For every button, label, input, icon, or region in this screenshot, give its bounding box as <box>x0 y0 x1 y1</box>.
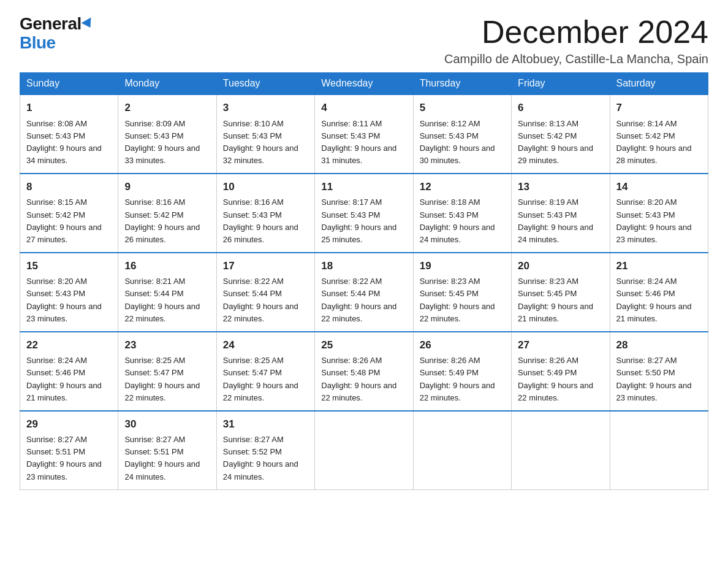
calendar-day-cell: 29 Sunrise: 8:27 AMSunset: 5:51 PMDaylig… <box>20 411 118 489</box>
calendar-day-cell: 24 Sunrise: 8:25 AMSunset: 5:47 PMDaylig… <box>216 332 314 411</box>
day-number: 29 <box>26 416 112 432</box>
day-info: Sunrise: 8:26 AMSunset: 5:49 PMDaylight:… <box>518 356 593 402</box>
day-info: Sunrise: 8:27 AMSunset: 5:52 PMDaylight:… <box>223 435 298 481</box>
logo-icon-wrap <box>82 21 94 29</box>
page-header: General Blue December 2024 Campillo de A… <box>20 15 708 66</box>
day-info: Sunrise: 8:20 AMSunset: 5:43 PMDaylight:… <box>616 197 692 243</box>
calendar-day-cell: 18 Sunrise: 8:22 AMSunset: 5:44 PMDaylig… <box>315 253 413 332</box>
calendar-day-cell: 31 Sunrise: 8:27 AMSunset: 5:52 PMDaylig… <box>216 411 314 489</box>
day-number: 6 <box>518 100 603 116</box>
day-info: Sunrise: 8:14 AMSunset: 5:42 PMDaylight:… <box>616 119 692 165</box>
logo-text: General <box>20 15 94 34</box>
day-info: Sunrise: 8:08 AMSunset: 5:43 PMDaylight:… <box>26 119 102 165</box>
day-number: 15 <box>26 258 112 274</box>
calendar-day-cell <box>413 411 511 489</box>
day-number: 12 <box>420 179 505 195</box>
day-number: 2 <box>124 100 210 116</box>
calendar-day-cell: 2 Sunrise: 8:09 AMSunset: 5:43 PMDayligh… <box>118 94 216 174</box>
header-saturday: Saturday <box>610 73 708 95</box>
day-info: Sunrise: 8:11 AMSunset: 5:43 PMDaylight:… <box>321 119 396 165</box>
calendar-day-cell: 8 Sunrise: 8:15 AMSunset: 5:42 PMDayligh… <box>20 174 118 253</box>
day-number: 30 <box>124 416 210 432</box>
day-number: 27 <box>518 337 603 353</box>
day-number: 25 <box>321 337 406 353</box>
day-info: Sunrise: 8:25 AMSunset: 5:47 PMDaylight:… <box>223 356 298 402</box>
calendar-day-cell: 28 Sunrise: 8:27 AMSunset: 5:50 PMDaylig… <box>610 332 708 411</box>
calendar-header: Sunday Monday Tuesday Wednesday Thursday… <box>20 73 708 95</box>
day-number: 20 <box>518 258 603 274</box>
day-info: Sunrise: 8:20 AMSunset: 5:43 PMDaylight:… <box>26 277 102 323</box>
calendar-table: Sunday Monday Tuesday Wednesday Thursday… <box>20 72 708 490</box>
calendar-day-cell: 20 Sunrise: 8:23 AMSunset: 5:45 PMDaylig… <box>512 253 610 332</box>
calendar-day-cell: 16 Sunrise: 8:21 AMSunset: 5:44 PMDaylig… <box>118 253 216 332</box>
header-thursday: Thursday <box>413 73 511 95</box>
day-info: Sunrise: 8:27 AMSunset: 5:51 PMDaylight:… <box>124 435 200 481</box>
calendar-day-cell: 4 Sunrise: 8:11 AMSunset: 5:43 PMDayligh… <box>315 94 413 174</box>
day-info: Sunrise: 8:18 AMSunset: 5:43 PMDaylight:… <box>420 197 495 243</box>
calendar-day-cell <box>610 411 708 489</box>
calendar-week-row: 29 Sunrise: 8:27 AMSunset: 5:51 PMDaylig… <box>20 411 708 489</box>
header-sunday: Sunday <box>20 73 118 95</box>
day-number: 28 <box>616 337 702 353</box>
calendar-day-cell: 23 Sunrise: 8:25 AMSunset: 5:47 PMDaylig… <box>118 332 216 411</box>
day-info: Sunrise: 8:17 AMSunset: 5:43 PMDaylight:… <box>321 197 396 243</box>
calendar-day-cell: 7 Sunrise: 8:14 AMSunset: 5:42 PMDayligh… <box>610 94 708 174</box>
calendar-day-cell: 6 Sunrise: 8:13 AMSunset: 5:42 PMDayligh… <box>512 94 610 174</box>
weekday-header-row: Sunday Monday Tuesday Wednesday Thursday… <box>20 73 708 95</box>
day-number: 11 <box>321 179 406 195</box>
day-number: 7 <box>616 100 702 116</box>
day-info: Sunrise: 8:26 AMSunset: 5:48 PMDaylight:… <box>321 356 396 402</box>
day-info: Sunrise: 8:23 AMSunset: 5:45 PMDaylight:… <box>420 277 495 323</box>
logo-blue: Blue <box>20 34 94 53</box>
day-number: 5 <box>420 100 505 116</box>
calendar-day-cell: 26 Sunrise: 8:26 AMSunset: 5:49 PMDaylig… <box>413 332 511 411</box>
day-number: 3 <box>223 100 308 116</box>
calendar-day-cell: 5 Sunrise: 8:12 AMSunset: 5:43 PMDayligh… <box>413 94 511 174</box>
day-info: Sunrise: 8:16 AMSunset: 5:42 PMDaylight:… <box>124 197 200 243</box>
calendar-day-cell: 3 Sunrise: 8:10 AMSunset: 5:43 PMDayligh… <box>216 94 314 174</box>
calendar-day-cell <box>512 411 610 489</box>
day-number: 18 <box>321 258 406 274</box>
day-number: 9 <box>124 179 210 195</box>
day-info: Sunrise: 8:26 AMSunset: 5:49 PMDaylight:… <box>420 356 495 402</box>
day-info: Sunrise: 8:24 AMSunset: 5:46 PMDaylight:… <box>616 277 692 323</box>
day-number: 19 <box>420 258 505 274</box>
day-number: 10 <box>223 179 308 195</box>
month-title: December 2024 <box>444 15 708 50</box>
day-info: Sunrise: 8:09 AMSunset: 5:43 PMDaylight:… <box>124 119 200 165</box>
day-number: 17 <box>223 258 308 274</box>
calendar-day-cell: 11 Sunrise: 8:17 AMSunset: 5:43 PMDaylig… <box>315 174 413 253</box>
day-info: Sunrise: 8:27 AMSunset: 5:50 PMDaylight:… <box>616 356 692 402</box>
location-title: Campillo de Altobuey, Castille-La Mancha… <box>444 52 708 66</box>
day-info: Sunrise: 8:12 AMSunset: 5:43 PMDaylight:… <box>420 119 495 165</box>
calendar-day-cell: 14 Sunrise: 8:20 AMSunset: 5:43 PMDaylig… <box>610 174 708 253</box>
day-number: 23 <box>124 337 210 353</box>
day-number: 26 <box>420 337 505 353</box>
header-monday: Monday <box>118 73 216 95</box>
calendar-day-cell: 27 Sunrise: 8:26 AMSunset: 5:49 PMDaylig… <box>512 332 610 411</box>
calendar-week-row: 1 Sunrise: 8:08 AMSunset: 5:43 PMDayligh… <box>20 94 708 174</box>
day-number: 22 <box>26 337 112 353</box>
day-info: Sunrise: 8:24 AMSunset: 5:46 PMDaylight:… <box>26 356 102 402</box>
day-info: Sunrise: 8:22 AMSunset: 5:44 PMDaylight:… <box>321 277 396 323</box>
day-number: 16 <box>124 258 210 274</box>
day-info: Sunrise: 8:19 AMSunset: 5:43 PMDaylight:… <box>518 197 593 243</box>
day-number: 21 <box>616 258 702 274</box>
logo-triangle-icon <box>81 17 95 30</box>
day-number: 8 <box>26 179 112 195</box>
calendar-day-cell: 12 Sunrise: 8:18 AMSunset: 5:43 PMDaylig… <box>413 174 511 253</box>
logo: General Blue <box>20 15 94 53</box>
logo-general: General <box>20 14 82 33</box>
calendar-day-cell: 25 Sunrise: 8:26 AMSunset: 5:48 PMDaylig… <box>315 332 413 411</box>
day-number: 1 <box>26 100 112 116</box>
calendar-day-cell: 15 Sunrise: 8:20 AMSunset: 5:43 PMDaylig… <box>20 253 118 332</box>
header-wednesday: Wednesday <box>315 73 413 95</box>
header-tuesday: Tuesday <box>216 73 314 95</box>
calendar-day-cell: 30 Sunrise: 8:27 AMSunset: 5:51 PMDaylig… <box>118 411 216 489</box>
calendar-day-cell: 21 Sunrise: 8:24 AMSunset: 5:46 PMDaylig… <box>610 253 708 332</box>
day-info: Sunrise: 8:22 AMSunset: 5:44 PMDaylight:… <box>223 277 298 323</box>
calendar-day-cell: 1 Sunrise: 8:08 AMSunset: 5:43 PMDayligh… <box>20 94 118 174</box>
day-info: Sunrise: 8:10 AMSunset: 5:43 PMDaylight:… <box>223 119 298 165</box>
calendar-body: 1 Sunrise: 8:08 AMSunset: 5:43 PMDayligh… <box>20 94 708 489</box>
day-info: Sunrise: 8:21 AMSunset: 5:44 PMDaylight:… <box>124 277 200 323</box>
